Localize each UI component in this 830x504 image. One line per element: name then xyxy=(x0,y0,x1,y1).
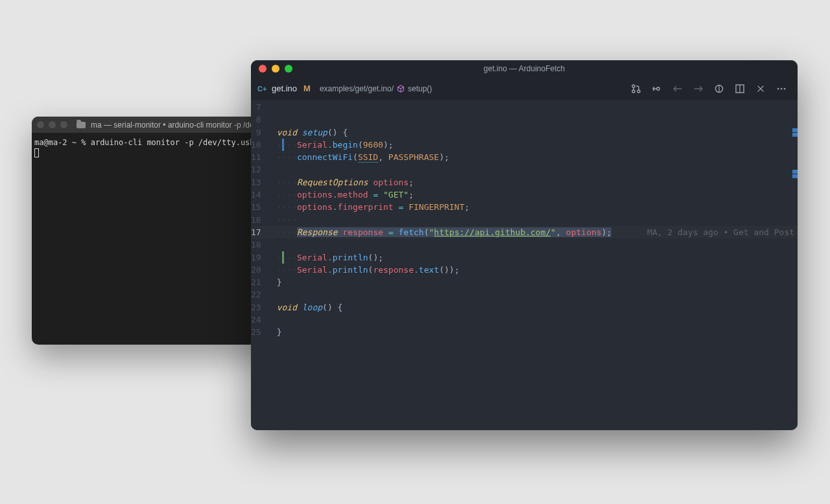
svg-text:C+: C+ xyxy=(257,85,267,93)
terminal-title: ma — serial-monitor • arduino-cli monito… xyxy=(91,120,254,130)
code-line[interactable] xyxy=(277,288,798,301)
terminal-traffic-lights xyxy=(37,121,67,128)
folder-icon xyxy=(77,122,86,128)
breadcrumb-path[interactable]: examples/get/get.ino/ xyxy=(320,84,394,93)
code-line[interactable] xyxy=(277,163,798,176)
svg-point-2 xyxy=(632,90,635,93)
toggle-whitespace-icon[interactable] xyxy=(713,83,725,95)
editor-titlebar[interactable]: get.ino — ArduinoFetch xyxy=(251,60,798,77)
breadcrumb[interactable]: examples/get/get.ino/ setup() xyxy=(320,84,432,93)
prev-change-icon[interactable] xyxy=(672,83,683,95)
code-line[interactable]: void setup() { xyxy=(277,126,798,139)
code-line[interactable] xyxy=(277,238,798,251)
next-change-icon[interactable] xyxy=(693,83,704,95)
svg-point-1 xyxy=(632,85,635,87)
code-line[interactable]: ····connectWiFi(SSID, PASSPHRASE); xyxy=(277,151,798,163)
code-line[interactable]: ····options.fingerprint = FINGERPRINT; xyxy=(277,201,798,213)
code-line[interactable]: ····Serial.println(); xyxy=(277,251,798,264)
cpp-file-icon: C+ xyxy=(257,84,268,94)
close-dot-inactive[interactable] xyxy=(37,121,44,128)
code-line[interactable]: ···· xyxy=(277,214,798,226)
svg-point-7 xyxy=(777,87,779,89)
editor-window-title: get.ino — ArduinoFetch xyxy=(251,64,798,73)
editor-body[interactable]: 78910111213141516171819202122232425 void… xyxy=(251,100,798,430)
tab-filename[interactable]: get.ino xyxy=(272,84,297,93)
code-line[interactable]: ····options.method = "GET"; xyxy=(277,189,798,201)
code-line[interactable]: ····Serial.begin(9600); xyxy=(277,139,798,151)
svg-point-8 xyxy=(781,87,783,89)
editor-window[interactable]: get.ino — ArduinoFetch C+ get.ino M exam… xyxy=(251,60,798,430)
modified-badge: M xyxy=(303,84,311,93)
split-editor-icon[interactable] xyxy=(734,83,746,95)
terminal-cursor xyxy=(34,148,39,157)
svg-point-3 xyxy=(637,90,640,93)
breadcrumb-symbol[interactable]: setup() xyxy=(408,84,432,93)
toolbar-icons xyxy=(630,83,791,95)
maximize-dot-inactive[interactable] xyxy=(60,121,67,128)
svg-point-4 xyxy=(657,87,659,89)
code-line[interactable]: void loop() { xyxy=(277,301,798,314)
code-line[interactable]: ····Response response = fetch("https://a… xyxy=(277,226,798,238)
undo-commit-icon[interactable] xyxy=(651,83,663,95)
minimize-button[interactable] xyxy=(272,65,279,73)
close-button[interactable] xyxy=(259,65,267,73)
code-line[interactable]: } xyxy=(277,326,798,338)
minimap-scrollbar[interactable] xyxy=(788,100,798,430)
close-icon[interactable] xyxy=(755,83,766,95)
svg-point-9 xyxy=(784,87,786,89)
code-line[interactable] xyxy=(277,113,798,126)
code-line[interactable] xyxy=(277,314,798,326)
maximize-button[interactable] xyxy=(285,65,292,73)
cube-icon xyxy=(396,84,405,93)
code-line[interactable]: ····RequestOptions options; xyxy=(277,176,798,189)
code-line[interactable]: } xyxy=(277,276,798,288)
editor-traffic-lights xyxy=(251,65,292,73)
editor-tabbar[interactable]: C+ get.ino M examples/get/get.ino/ setup… xyxy=(251,77,798,100)
line-gutter: 78910111213141516171819202122232425 xyxy=(251,100,272,430)
code-area[interactable]: void setup() {····Serial.begin(9600);···… xyxy=(272,100,798,430)
code-line[interactable] xyxy=(277,101,798,113)
pull-request-icon[interactable] xyxy=(630,83,642,95)
more-icon[interactable] xyxy=(776,83,787,95)
gitlens-hint: MA, 2 days ago • Get and Post example xyxy=(611,227,798,237)
minimize-dot-inactive[interactable] xyxy=(49,121,56,128)
code-line[interactable]: ····Serial.println(response.text()); xyxy=(277,264,798,276)
